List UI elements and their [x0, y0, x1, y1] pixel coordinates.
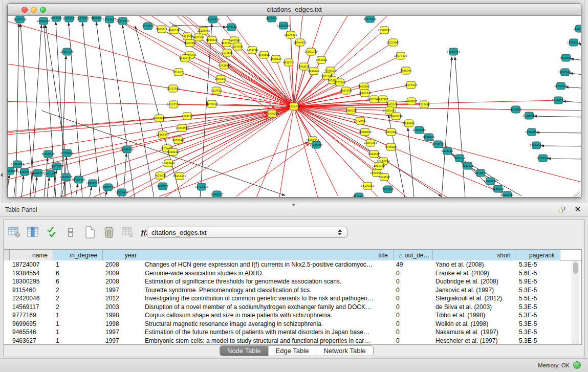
table-cell[interactable]: 0	[394, 286, 433, 295]
table-cell[interactable]: 0	[394, 294, 433, 303]
column-header-name[interactable]: name	[10, 250, 53, 260]
table-cell[interactable]: Estimation of significance thresholds fo…	[142, 277, 394, 286]
table-cell[interactable]: 2012	[103, 294, 142, 303]
delete-table-icon[interactable]	[102, 226, 116, 239]
row-gutter[interactable]	[4, 320, 10, 329]
table-select-dropdown[interactable]: citations_edges.txt	[147, 227, 347, 238]
table-cell[interactable]: 19384554	[10, 269, 53, 278]
table-cell[interactable]: 1	[53, 311, 103, 320]
table-cell[interactable]: Structural magnetic resonance image aver…	[142, 320, 394, 329]
table-cell[interactable]: Wolkin et al. (1998)	[433, 320, 516, 329]
table-cell[interactable]: 2	[53, 303, 103, 312]
table-cell[interactable]: 0	[394, 303, 433, 312]
table-cell[interactable]: 0	[394, 328, 433, 337]
table-cell[interactable]: 22420046	[10, 294, 53, 303]
row-gutter[interactable]	[4, 260, 10, 269]
table-cell[interactable]: 5.6E-5	[516, 269, 560, 278]
table-cell[interactable]: 49	[394, 260, 433, 269]
select-columns-icon[interactable]	[27, 226, 40, 239]
table-cell[interactable]: Tourette syndrome. Phenomenology and cla…	[142, 286, 394, 295]
table-cell[interactable]: 0	[394, 277, 433, 286]
left-panel-collapse-strip[interactable]	[0, 0, 3, 203]
new-table-icon[interactable]	[83, 226, 97, 239]
table-cell[interactable]: 1	[53, 337, 103, 345]
table-cell[interactable]: 6	[53, 269, 103, 278]
table-row[interactable]: 946554611997Estimation of the future num…	[4, 328, 581, 337]
table-cell[interactable]: 2	[53, 294, 103, 303]
table-cell[interactable]: 5.3E-5	[516, 286, 560, 295]
table-cell[interactable]: Dudbridge et al. (2008)	[433, 277, 516, 286]
splitter-handle-icon[interactable]	[292, 204, 296, 206]
table-cell[interactable]: 9465546	[10, 328, 53, 337]
table-cell[interactable]: 18300295	[10, 277, 53, 286]
table-cell[interactable]: 1997	[103, 337, 142, 345]
table-cell[interactable]: 9115460	[10, 286, 53, 295]
table-cell[interactable]: Jankovic et al. (1997)	[433, 286, 516, 295]
table-cell[interactable]: Hescheler et al. (1997)	[433, 337, 516, 345]
network-canvas[interactable]: 1872400718325419186409101696175879558126…	[8, 16, 581, 197]
table-settings-icon[interactable]	[8, 226, 21, 239]
column-header-in-degree[interactable]: in_degree	[53, 250, 103, 260]
table-cell[interactable]: Stergiakouli et al. (2012)	[433, 294, 516, 303]
table-cell[interactable]: Embryonic stem cells: a model to study s…	[142, 337, 394, 345]
vertical-scrollbar[interactable]	[572, 261, 579, 344]
table-cell[interactable]: Nakamura et al. (1997)	[433, 328, 516, 337]
table-cell[interactable]: 9777169	[10, 311, 53, 320]
row-gutter[interactable]	[4, 269, 10, 278]
table-cell[interactable]: 1997	[103, 328, 142, 337]
row-gutter[interactable]	[4, 286, 10, 295]
row-gutter[interactable]	[4, 277, 10, 286]
table-row[interactable]: 911546021997Tourette syndrome. Phenomeno…	[4, 286, 581, 295]
table-cell[interactable]: Investigating the contribution of common…	[142, 294, 394, 303]
table-cell[interactable]: de Silva et al. (2003)	[433, 303, 516, 312]
table-cell[interactable]: 1	[53, 320, 103, 329]
table-cell[interactable]: 1	[53, 328, 103, 337]
table-cell[interactable]: 2	[53, 286, 103, 295]
select-all-icon[interactable]	[46, 226, 59, 239]
table-cell[interactable]: 5.3E-5	[516, 303, 560, 312]
table-cell[interactable]: Genome-wide association studies in ADHD.	[142, 269, 394, 278]
row-gutter[interactable]	[4, 328, 10, 337]
table-cell[interactable]: 0	[394, 337, 433, 345]
table-cell[interactable]: 1998	[103, 320, 142, 329]
table-row[interactable]: 1830029562008Estimation of significance …	[4, 277, 581, 286]
column-header-out-degree[interactable]: △ out_de…	[394, 250, 433, 260]
table-cell[interactable]: 5.3E-5	[516, 320, 560, 329]
memory-status-indicator[interactable]	[573, 361, 581, 369]
table-cell[interactable]: 18724007	[10, 260, 53, 269]
table-cell[interactable]: Tibbo et al. (1998)	[433, 311, 516, 320]
row-gutter[interactable]	[4, 337, 10, 345]
table-cell[interactable]: 1997	[103, 286, 142, 295]
row-gutter[interactable]	[4, 303, 10, 312]
table-cell[interactable]: 5.9E-5	[516, 277, 560, 286]
table-cell[interactable]: 5.5E-5	[516, 294, 560, 303]
table-cell[interactable]: 0	[394, 320, 433, 329]
table-row[interactable]: 969969511998Structural magnetic resonanc…	[4, 320, 581, 329]
right-panel-collapse-strip[interactable]	[584, 0, 588, 203]
table-cell[interactable]: 5.3E-5	[516, 311, 560, 320]
table-cell[interactable]: 2008	[103, 260, 142, 269]
column-header-pagerank[interactable]: pagerank	[516, 250, 560, 260]
table-cell[interactable]: 2003	[103, 303, 142, 312]
row-gutter[interactable]	[4, 311, 10, 320]
table-row[interactable]: 1456911722003Disruption of a novel membe…	[4, 303, 581, 312]
table-cell[interactable]: 1998	[103, 311, 142, 320]
scrollbar-thumb[interactable]	[573, 262, 578, 274]
column-header-year[interactable]: year	[103, 250, 142, 260]
table-cell[interactable]: Estimation of the future numbers of pati…	[142, 328, 394, 337]
table-cell[interactable]: 2008	[103, 277, 142, 286]
table-cell[interactable]: 9463627	[10, 337, 53, 345]
table-cell[interactable]: Disruption of a novel member of a sodium…	[142, 303, 394, 312]
column-header-short[interactable]: short	[433, 250, 516, 260]
float-window-icon[interactable]	[559, 207, 565, 213]
table-cell[interactable]: Franke et al. (2009)	[433, 269, 516, 278]
row-gutter[interactable]	[4, 294, 10, 303]
table-cell[interactable]: Corpus callosum shape and size in male p…	[142, 311, 394, 320]
table-cell[interactable]: 6	[53, 277, 103, 286]
table-row[interactable]: 1938455462009Genome-wide association stu…	[4, 269, 581, 278]
table-cell[interactable]: 0	[394, 311, 433, 320]
table-cell[interactable]: 0	[394, 269, 433, 278]
table-cell[interactable]: 1	[53, 260, 103, 269]
network-window-titlebar[interactable]: citations_edges.txt	[8, 4, 581, 16]
rows-icon[interactable]	[64, 226, 78, 239]
